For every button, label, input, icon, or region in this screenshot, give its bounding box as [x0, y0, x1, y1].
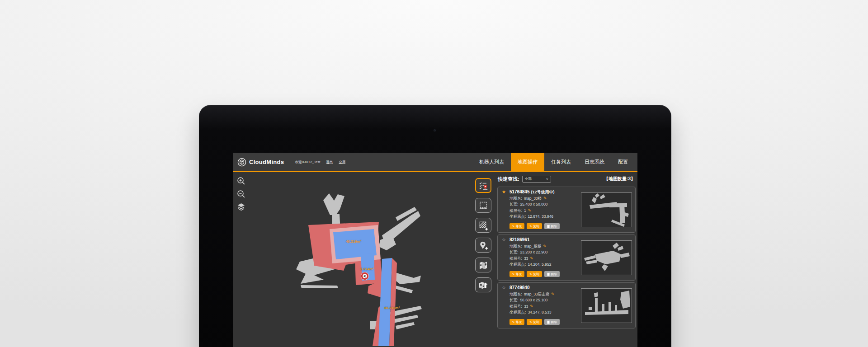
main-nav: 机器人列表 地图操作 任务列表 日志系统 配置 [472, 153, 637, 171]
cloudminds-logo-icon [237, 158, 246, 167]
map-floor: 33 [524, 304, 528, 309]
map-list-panel: 快速查找: 全部 ∨ 【地图数量:3】 ★ 51764845(12号使用中) 地… [497, 172, 636, 346]
field-label: 长宽: [509, 298, 518, 302]
pencil-icon: ✎ [529, 272, 532, 276]
pencil-icon: ✎ [512, 225, 514, 228]
layers-icon[interactable] [236, 202, 245, 211]
map-usage-note: (12号使用中) [531, 190, 555, 194]
edit-pencil-icon[interactable]: ✎ [530, 256, 533, 261]
field-label: 坐标原点: [509, 310, 526, 314]
hatch-region-add-icon[interactable] [475, 218, 491, 233]
field-label: 地图名: [509, 196, 522, 201]
map-card-actions: ✎修改 ✎复制 删除 [509, 271, 560, 277]
webcam-icon [434, 129, 436, 131]
area-label: 80.216m² [379, 306, 405, 310]
map-card-fields: 地图名:map_33层走廊✎ 长宽:56.600 x 25.100 楼层号:33… [509, 291, 555, 316]
map-card-title: 87749840 [509, 285, 531, 290]
field-label: 坐标原点: [509, 214, 526, 219]
selected-filter-value: 全部 [525, 177, 532, 181]
map-canvas[interactable]: 40.519m² 8.614m² 80.216m² [233, 172, 474, 346]
field-label: 长宽: [509, 202, 518, 206]
select-area-icon[interactable] [475, 198, 491, 213]
trash-icon [547, 225, 550, 228]
map-count-badge: 【地图数量:3】 [604, 176, 635, 182]
trash-icon [547, 320, 550, 324]
chevron-down-icon: ∨ [546, 177, 549, 181]
tab-log-system[interactable]: 日志系统 [578, 153, 611, 171]
desktop-background: CloudMinds 欢迎BJDT2_Test 退出 全屏 机器人列表 地图操作… [0, 0, 868, 347]
quick-search-label: 快速查找: [498, 176, 519, 183]
brand: CloudMinds [237, 158, 284, 167]
pin-add-icon[interactable] [475, 238, 491, 253]
pencil-icon: ✎ [512, 272, 514, 276]
map-name: map_33楼 [524, 196, 542, 201]
modify-button[interactable]: ✎修改 [509, 319, 524, 325]
edit-pencil-icon[interactable]: ✎ [530, 304, 533, 309]
copy-button[interactable]: ✎复制 [527, 319, 542, 325]
edit-pencil-icon[interactable]: ✎ [528, 208, 532, 213]
map-tool-column [475, 178, 491, 292]
app-header: CloudMinds 欢迎BJDT2_Test 退出 全屏 机器人列表 地图操作… [233, 153, 637, 172]
map-card[interactable]: ☆ 87749840 地图名:map_33层走廊✎ 长宽:56.600 x 25… [497, 282, 636, 328]
map-card-actions: ✎修改 ✎复制 删除 [509, 319, 560, 325]
pencil-icon: ✎ [529, 225, 532, 228]
field-label: 楼层号: [509, 256, 522, 261]
tab-robot-list[interactable]: 机器人列表 [472, 153, 511, 171]
area-label: 40.519m² [333, 239, 374, 244]
folded-map-pin-icon[interactable] [475, 258, 491, 272]
star-icon[interactable]: ☆ [502, 285, 506, 290]
modify-button[interactable]: ✎修改 [509, 271, 524, 277]
tab-configuration[interactable]: 配置 [611, 153, 635, 171]
session-links: 欢迎BJDT2_Test 退出 全屏 [295, 160, 345, 164]
map-id: 87749840 [509, 285, 530, 290]
tab-map-operations[interactable]: 地图操作 [511, 153, 544, 171]
map-floor: 33 [524, 256, 528, 261]
zoom-out-icon[interactable] [236, 189, 245, 198]
delete-button[interactable]: 删除 [544, 319, 560, 325]
map-size: 25.400 x 50.000 [520, 202, 547, 206]
copy-button[interactable]: ✎复制 [527, 271, 542, 277]
welcome-text: 欢迎BJDT2_Test [295, 160, 320, 164]
map-card-title: 51764845(12号使用中) [509, 189, 555, 195]
edit-pencil-icon[interactable]: ✎ [551, 292, 555, 296]
logout-link[interactable]: 退出 [326, 160, 333, 164]
field-label: 楼层号: [509, 208, 522, 213]
map-origin: 14.204, 5.952 [528, 262, 551, 267]
map-controls [236, 176, 245, 211]
map-checklist-pin-icon[interactable] [475, 178, 491, 193]
pencil-icon: ✎ [512, 320, 514, 324]
edit-pencil-icon[interactable]: ✎ [543, 244, 547, 249]
copy-button[interactable]: ✎复制 [527, 223, 542, 229]
map-floor: 1 [524, 208, 526, 213]
star-icon[interactable]: ★ [502, 189, 506, 194]
fullscreen-link[interactable]: 全屏 [339, 160, 345, 164]
tab-task-list[interactable]: 任务列表 [544, 153, 578, 171]
field-label: 楼层号: [509, 304, 522, 309]
field-label: 地图名: [509, 292, 522, 296]
map-name: map_腿腿 [524, 244, 541, 249]
zoom-in-icon[interactable] [236, 176, 245, 185]
map-thumbnail[interactable] [581, 240, 632, 275]
star-icon[interactable]: ☆ [502, 237, 506, 242]
trash-icon [547, 272, 550, 276]
map-thumbnail[interactable] [581, 288, 632, 323]
map-card[interactable]: ☆ 82186961 地图名:map_腿腿✎ 长宽:23.200 x 22.90… [497, 234, 636, 281]
robot-position-marker [361, 272, 369, 280]
map-name: map_33层走廊 [524, 292, 549, 296]
modify-button[interactable]: ✎修改 [509, 223, 524, 229]
edit-pencil-icon[interactable]: ✎ [543, 196, 547, 201]
map-size: 56.600 x 25.100 [520, 298, 547, 302]
occupancy-map [233, 172, 474, 346]
area-label: 8.614m² [356, 267, 378, 271]
delete-button[interactable]: 删除 [544, 271, 560, 277]
map-filter-select[interactable]: 全部 ∨ [522, 176, 551, 183]
field-label: 长宽: [509, 250, 518, 254]
map-card-title: 82186961 [509, 237, 531, 242]
brand-name: CloudMinds [249, 159, 284, 165]
content-area: 40.519m² 8.614m² 80.216m² [233, 172, 637, 346]
delete-button[interactable]: 删除 [544, 223, 560, 229]
map-upload-icon[interactable] [475, 277, 491, 292]
map-id: 82186961 [509, 237, 530, 242]
map-card[interactable]: ★ 51764845(12号使用中) 地图名:map_33楼✎ 长宽:25.40… [497, 187, 636, 233]
map-thumbnail[interactable] [581, 192, 632, 227]
